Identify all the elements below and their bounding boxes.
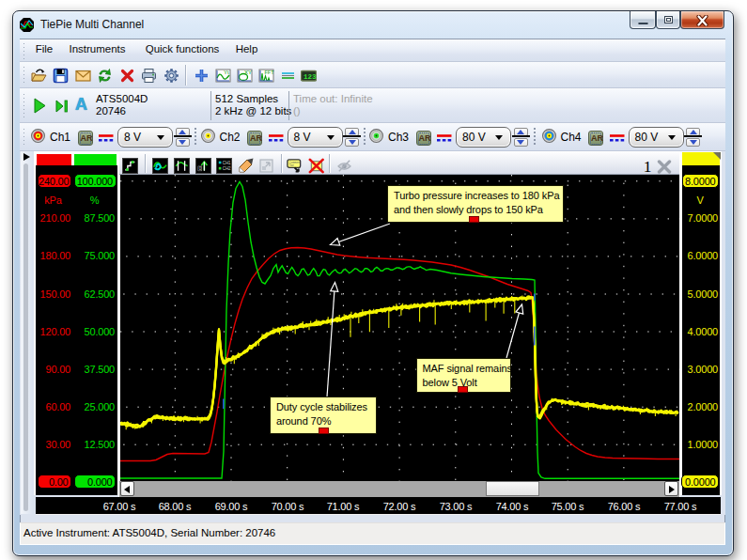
svg-text:CH2: CH2 — [223, 166, 231, 171]
svg-text:123: 123 — [303, 73, 317, 81]
svg-text:Yt: Yt — [224, 70, 229, 75]
svg-text:FFT: FFT — [265, 70, 275, 75]
svg-text:Text: Text — [289, 163, 294, 167]
svg-text:CH1: CH1 — [223, 161, 231, 165]
